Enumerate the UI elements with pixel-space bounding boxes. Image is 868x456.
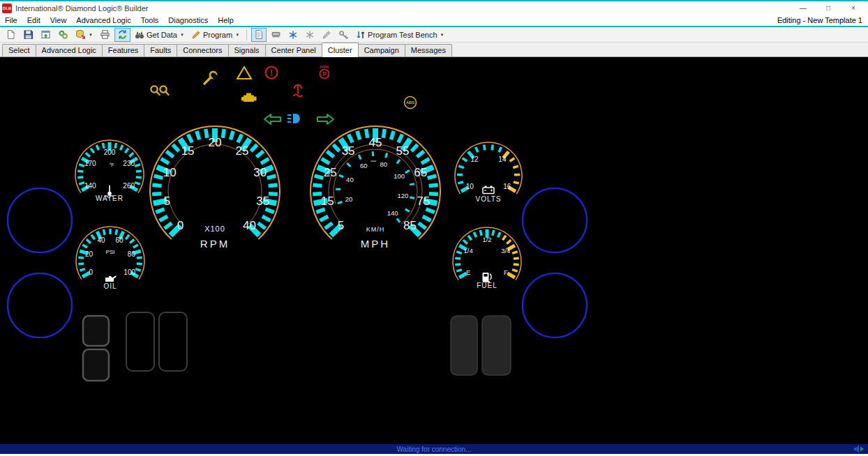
save-icon — [23, 29, 33, 40]
svg-text:80: 80 — [128, 250, 136, 258]
menu-file[interactable]: File — [0, 15, 22, 25]
dropdown-caret-icon: ▼ — [235, 33, 239, 37]
save-button[interactable] — [20, 28, 36, 42]
status-message: Waiting for connection... — [397, 446, 472, 453]
template-icon — [40, 29, 51, 40]
svg-text:!: ! — [270, 68, 273, 78]
svg-text:E: E — [466, 268, 470, 276]
svg-text:PSI: PSI — [106, 249, 115, 255]
gauge-volts: 10121416VOLTS — [455, 142, 522, 203]
svg-text:20: 20 — [345, 195, 353, 203]
svg-text:RPM: RPM — [200, 238, 230, 250]
tab-center-panel[interactable]: Center Panel — [265, 44, 322, 56]
svg-text:OIL: OIL — [103, 282, 117, 290]
gauge-placeholder-circle — [523, 188, 587, 252]
test-bench-icon — [356, 30, 366, 40]
dropdown-caret-icon: ▼ — [180, 33, 184, 37]
chip-icon — [271, 29, 281, 40]
tab-campaign[interactable]: Campaign — [358, 44, 405, 56]
svg-text:140: 140 — [387, 209, 398, 217]
svg-text:1/4: 1/4 — [464, 247, 473, 254]
svg-text:100: 100 — [124, 268, 135, 276]
svg-text:65: 65 — [414, 166, 427, 179]
close-button[interactable]: × — [841, 2, 866, 14]
svg-text:170: 170 — [84, 160, 96, 167]
svg-text:12: 12 — [471, 155, 479, 163]
gauge-oil: 020406080100PSIOIL — [76, 227, 144, 290]
svg-text:25: 25 — [324, 166, 337, 179]
new-document-icon — [6, 29, 16, 40]
svg-text:40: 40 — [243, 219, 256, 232]
dropdown-caret-icon: ▼ — [89, 33, 93, 37]
svg-text:60: 60 — [115, 236, 124, 244]
program-test-bench-button[interactable]: Program Test Bench▼ — [353, 28, 447, 42]
menu-edit[interactable]: Edit — [22, 15, 45, 25]
coolant-warning-lamp — [294, 85, 302, 97]
svg-text:120: 120 — [397, 192, 408, 199]
tab-features[interactable]: Features — [102, 44, 144, 56]
app-window: DLB International® Diamond Logic® Builde… — [0, 0, 868, 456]
print-button[interactable] — [97, 28, 113, 42]
tab-faults[interactable]: Faults — [144, 44, 177, 56]
svg-text:260: 260 — [123, 182, 135, 190]
gears-icon — [58, 29, 68, 40]
keys-button[interactable] — [336, 28, 352, 42]
view-document-button[interactable] — [251, 28, 267, 42]
program-test-bench-label: Program Test Bench — [368, 31, 437, 39]
open-template-button[interactable] — [38, 28, 54, 42]
memory-button[interactable] — [268, 28, 284, 42]
svg-text:3/4: 3/4 — [501, 247, 510, 254]
svg-text:40: 40 — [97, 236, 105, 244]
menu-tools[interactable]: Tools — [136, 15, 164, 25]
edit-button[interactable] — [319, 28, 334, 42]
binoculars-icon — [135, 30, 144, 40]
menu-diagnostics[interactable]: Diagnostics — [163, 15, 213, 25]
connect-button[interactable] — [114, 28, 130, 42]
minimize-button[interactable]: — — [791, 2, 816, 14]
tools-button[interactable] — [55, 28, 71, 42]
cluster-button — [126, 312, 154, 371]
svg-text:0: 0 — [89, 268, 93, 276]
svg-text:30: 30 — [253, 166, 267, 179]
svg-text:20: 20 — [209, 136, 222, 149]
tab-cluster[interactable]: Cluster — [322, 43, 359, 57]
fleet-gray-button[interactable] — [302, 28, 317, 42]
gauge-water: 140170200230260°FWATER — [75, 140, 144, 202]
status-bar: Waiting for connection... — [0, 444, 868, 454]
audio-status-icon[interactable] — [853, 445, 865, 453]
svg-text:140: 140 — [84, 182, 96, 190]
tab-select[interactable]: Select — [2, 44, 36, 56]
new-document-button[interactable] — [3, 28, 19, 42]
svg-text:ABS: ABS — [406, 100, 415, 105]
check-engine-lamp — [241, 93, 257, 102]
svg-text:5: 5 — [164, 195, 170, 208]
warning-triangle-lamp — [237, 67, 251, 79]
svg-text:80: 80 — [380, 160, 387, 168]
database-icon — [75, 29, 86, 40]
gauge-tachometer: 0510152025303540X100RPM — [150, 126, 280, 250]
high-beam-lamp — [287, 114, 300, 123]
fleet-blue-button[interactable] — [285, 28, 301, 42]
window-controls: — □ × — [791, 2, 866, 14]
get-data-button[interactable]: Get Data▼ — [132, 28, 187, 42]
export-data-button[interactable]: ▼ — [73, 28, 96, 42]
park-brake-lamp: PARKP — [320, 66, 330, 79]
menu-advanced-logic[interactable]: Advanced Logic — [71, 15, 135, 25]
tab-messages[interactable]: Messages — [405, 44, 452, 56]
cluster-button — [159, 312, 187, 371]
left-turn-lamp — [264, 114, 280, 124]
svg-text:VOLTS: VOLTS — [475, 195, 501, 203]
cluster-button — [83, 349, 109, 381]
svg-text:25: 25 — [235, 144, 248, 158]
tab-signals[interactable]: Signals — [228, 44, 266, 56]
tab-advanced-logic[interactable]: Advanced Logic — [36, 44, 103, 56]
menu-help[interactable]: Help — [213, 15, 239, 25]
maximize-button[interactable]: □ — [816, 2, 841, 14]
brake-warning-lamp: ! — [266, 67, 278, 79]
menu-view[interactable]: View — [45, 15, 72, 25]
svg-text:40: 40 — [346, 176, 354, 183]
snowflake-gray-icon — [305, 30, 315, 40]
program-button[interactable]: Program▼ — [188, 28, 242, 42]
tab-connectors[interactable]: Connectors — [177, 44, 228, 56]
gauge-placeholder-circle — [523, 273, 587, 337]
